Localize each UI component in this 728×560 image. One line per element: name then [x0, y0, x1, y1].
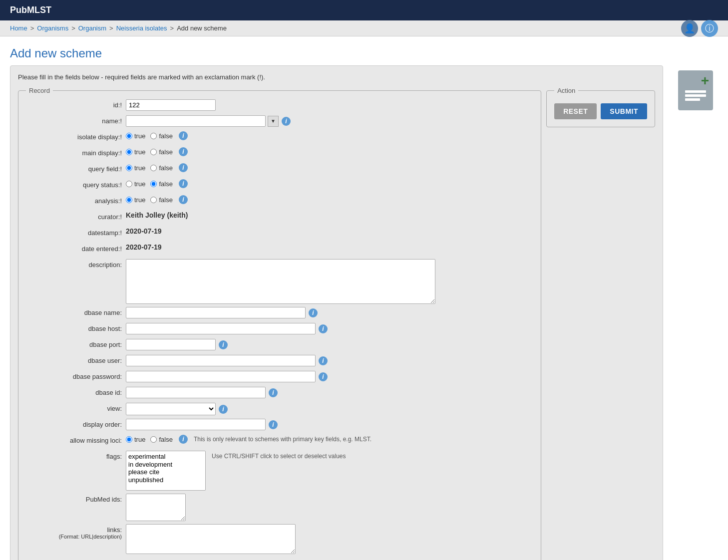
row-dbase-name: dbase name: i — [26, 307, 533, 320]
name-select-button[interactable]: ▼ — [268, 116, 279, 127]
input-pubmed-ids[interactable] — [126, 494, 186, 521]
label-qs-true: true — [134, 180, 145, 188]
value-flags: experimental in development please cite … — [126, 451, 533, 491]
row-dbase-password: dbase password: i — [26, 371, 533, 384]
radio-allow-missing-true[interactable] — [126, 436, 132, 443]
row-allow-missing: allow missing loci: true false i This is… — [26, 435, 533, 448]
label-display-order: display order: — [26, 419, 126, 428]
dbase-host-info-icon[interactable]: i — [319, 324, 328, 333]
label-am-true: true — [134, 436, 145, 443]
row-date-entered: date entered:! 2020-07-19 — [26, 243, 533, 256]
value-dbase-password: i — [126, 371, 533, 382]
radio-allow-missing-false[interactable] — [150, 436, 157, 443]
dbase-user-info-icon[interactable]: i — [319, 356, 328, 365]
label-main-display: main display:! — [26, 147, 126, 157]
radio-analysis-true[interactable] — [126, 197, 132, 203]
radio-main-display-true[interactable] — [126, 149, 132, 155]
main-display-info-icon[interactable]: i — [179, 147, 188, 156]
label-dbase-password: dbase password: — [26, 371, 126, 380]
analysis-info-icon[interactable]: i — [179, 195, 188, 204]
radio-main-display-false[interactable] — [150, 149, 157, 155]
date-entered-value: 2020-07-19 — [126, 243, 162, 251]
input-dbase-name[interactable] — [126, 307, 306, 318]
radio-isolate-display-true[interactable] — [126, 133, 132, 139]
links-label-line1: links: — [26, 526, 122, 534]
label-an-true: true — [134, 196, 145, 204]
breadcrumb-current: Add new scheme — [177, 24, 227, 32]
allow-missing-note: This is only relevant to schemes with pr… — [194, 436, 371, 443]
display-order-info-icon[interactable]: i — [269, 420, 278, 429]
view-info-icon[interactable]: i — [219, 405, 228, 414]
breadcrumb-neisseria[interactable]: Neisseria isolates — [116, 24, 167, 32]
input-dbase-host[interactable] — [126, 323, 316, 334]
row-dbase-port: dbase port: i — [26, 339, 533, 352]
breadcrumb-organisms[interactable]: Organisms — [37, 24, 68, 32]
select-view[interactable] — [126, 403, 216, 415]
query-field-info-icon[interactable]: i — [179, 163, 188, 172]
input-name[interactable] — [126, 115, 266, 127]
radio-query-field-false[interactable] — [150, 165, 157, 171]
name-input-wrapper: ▼ — [126, 115, 279, 127]
input-dbase-id[interactable] — [126, 387, 266, 398]
value-query-status: true false i — [126, 179, 533, 188]
breadcrumb-organism[interactable]: Organism — [78, 24, 106, 32]
flag-option-in-development[interactable]: in development — [128, 461, 203, 469]
row-isolate-display: isolate display:! true false i — [26, 131, 533, 144]
reset-button[interactable]: RESET — [554, 103, 597, 119]
row-dbase-user: dbase user: i — [26, 355, 533, 368]
header: PubMLST — [0, 0, 728, 20]
name-info-icon[interactable]: i — [282, 117, 291, 126]
label-pubmed: PubMed ids: — [26, 494, 126, 503]
row-view: view: i — [26, 403, 533, 416]
radio-query-status-true[interactable] — [126, 181, 132, 187]
select-flags[interactable]: experimental in development please cite … — [126, 451, 206, 491]
input-dbase-user[interactable] — [126, 355, 316, 366]
flag-option-please-cite[interactable]: please cite — [128, 468, 203, 476]
icon-lines — [685, 89, 706, 102]
flag-option-experimental[interactable]: experimental — [128, 453, 203, 461]
input-description[interactable] — [126, 259, 435, 304]
row-dbase-host: dbase host: i — [26, 323, 533, 336]
query-status-info-icon[interactable]: i — [179, 179, 188, 188]
user-icon-button[interactable]: 👤 — [681, 20, 698, 37]
label-allow-missing: allow missing loci: — [26, 435, 126, 444]
breadcrumb-home[interactable]: Home — [10, 24, 27, 32]
row-curator: curator:! Keith Jolley (keith) — [26, 211, 533, 224]
radio-query-field-true[interactable] — [126, 165, 132, 171]
label-links: links: (Format: URL|description) — [26, 524, 126, 540]
row-query-field: query field:! true false i — [26, 163, 533, 176]
info-icon-button[interactable]: ⓘ — [701, 20, 718, 37]
radio-query-status-false[interactable] — [150, 181, 157, 187]
datestamp-value: 2020-07-19 — [126, 227, 162, 235]
row-dbase-id: dbase id: i — [26, 387, 533, 400]
dbase-password-info-icon[interactable]: i — [319, 372, 328, 381]
page-title: Add new scheme — [10, 46, 718, 60]
breadcrumb-sep-2: > — [71, 24, 75, 32]
row-links: links: (Format: URL|description) — [26, 524, 533, 554]
row-description: description: — [26, 259, 533, 304]
isolate-display-info-icon[interactable]: i — [179, 131, 188, 140]
radio-query-status: true false — [126, 180, 176, 188]
radio-isolate-display-false[interactable] — [150, 133, 157, 139]
radio-analysis-false[interactable] — [150, 197, 157, 203]
label-dbase-host: dbase host: — [26, 323, 126, 332]
input-display-order[interactable] — [126, 419, 266, 430]
dbase-name-info-icon[interactable]: i — [309, 308, 318, 317]
label-dbase-name: dbase name: — [26, 307, 126, 316]
input-dbase-port[interactable] — [126, 339, 216, 350]
dbase-port-info-icon[interactable]: i — [219, 340, 228, 349]
value-date-entered: 2020-07-19 — [126, 243, 533, 251]
label-description: description: — [26, 259, 126, 269]
input-links[interactable] — [126, 524, 296, 554]
dbase-id-info-icon[interactable]: i — [269, 388, 278, 397]
label-flags: flags: — [26, 451, 126, 460]
side-panel: + — [673, 65, 718, 560]
allow-missing-info-icon[interactable]: i — [179, 435, 188, 444]
input-dbase-password[interactable] — [126, 371, 316, 382]
label-dbase-port: dbase port: — [26, 339, 126, 348]
value-analysis: true false i — [126, 195, 533, 204]
submit-button[interactable]: SUBMIT — [601, 103, 647, 119]
input-id[interactable] — [126, 99, 216, 111]
flag-option-unpublished[interactable]: unpublished — [128, 476, 203, 484]
label-dbase-user: dbase user: — [26, 355, 126, 364]
